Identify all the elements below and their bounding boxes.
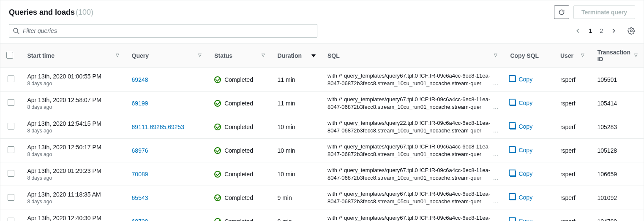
row-checkbox[interactable] — [8, 218, 14, 221]
start-time-relative: 8 days ago — [27, 104, 120, 110]
table-row: Apr 13th, 2020 12:58:07 PM 8 days ago 69… — [0, 92, 644, 115]
queries-panel: Queries and loads (100) Terminate query — [0, 0, 644, 221]
txn-id: 105501 — [597, 76, 617, 83]
copy-sql-button[interactable]: Copy — [510, 218, 532, 221]
row-checkbox[interactable] — [8, 123, 14, 129]
next-page-button[interactable] — [611, 28, 617, 34]
col-header-duration[interactable]: Duration — [272, 44, 322, 68]
select-all-checkbox[interactable] — [6, 52, 13, 59]
table-row: Apr 13th, 2020 12:50:17 PM 8 days ago 68… — [0, 139, 644, 162]
copy-sql-button[interactable]: Copy — [510, 123, 532, 130]
start-time-relative: 8 days ago — [27, 175, 120, 181]
filter-container — [9, 24, 317, 38]
check-circle-icon — [214, 194, 221, 201]
status-text: Completed — [224, 147, 253, 154]
sort-icon — [581, 54, 585, 58]
panel-sub-header: 1 2 — [0, 22, 644, 43]
status-badge: Completed — [214, 124, 253, 130]
page-2[interactable]: 2 — [600, 27, 603, 34]
start-time: Apr 13th, 2020 12:40:30 PM — [27, 215, 120, 221]
copy-icon — [510, 218, 516, 221]
copy-sql-button[interactable]: Copy — [510, 76, 532, 83]
copy-label: Copy — [518, 170, 532, 177]
panel-header: Queries and loads (100) Terminate query — [0, 0, 644, 22]
user-text: rsperf — [560, 100, 576, 107]
col-header-status-label: Status — [214, 52, 232, 59]
terminate-query-button[interactable]: Terminate query — [573, 5, 635, 19]
query-link[interactable]: 70089 — [132, 171, 148, 178]
col-header-txn[interactable]: Transaction ID — [591, 44, 644, 68]
duration-text: 10 min — [278, 147, 295, 154]
panel-title-row: Queries and loads (100) — [9, 8, 93, 17]
table-row: Apr 13th, 2020 01:29:23 PM 8 days ago 70… — [0, 162, 644, 186]
pagination: 1 2 — [575, 27, 635, 35]
header-actions: Terminate query — [554, 5, 635, 19]
duration-text: 11 min — [278, 100, 295, 107]
table-settings-button[interactable] — [628, 27, 635, 35]
chevron-left-icon — [575, 28, 581, 34]
row-checkbox[interactable] — [8, 75, 14, 82]
status-badge: Completed — [214, 171, 253, 178]
user-text: rsperf — [560, 76, 576, 83]
query-link[interactable]: 68729 — [132, 218, 148, 221]
sort-icon — [494, 54, 498, 58]
row-checkbox[interactable] — [8, 194, 14, 201]
duration-text: 9 min — [278, 218, 292, 221]
sql-snippet: with /* query_templates/query67.tpl.0 !C… — [327, 167, 499, 181]
col-header-copy-label: Copy SQL — [510, 52, 539, 59]
check-circle-icon — [214, 147, 221, 154]
txn-id: 101092 — [597, 194, 617, 201]
col-header-start-time[interactable]: Start time — [21, 44, 126, 68]
copy-icon — [510, 171, 516, 177]
row-checkbox[interactable] — [8, 99, 14, 106]
col-header-status[interactable]: Status — [208, 44, 271, 68]
row-checkbox[interactable] — [8, 170, 14, 177]
start-time-relative: 8 days ago — [27, 81, 120, 86]
col-header-select — [0, 44, 21, 68]
gear-icon — [628, 27, 635, 35]
copy-sql-button[interactable]: Copy — [510, 147, 532, 154]
txn-id: 104789 — [597, 218, 617, 221]
col-header-query[interactable]: Query — [126, 44, 209, 68]
copy-icon — [510, 76, 516, 82]
start-time: Apr 13th, 2020 11:18:35 AM — [27, 191, 120, 198]
copy-sql-button[interactable]: Copy — [510, 194, 532, 201]
query-link[interactable]: 65543 — [132, 194, 148, 201]
copy-sql-button[interactable]: Copy — [510, 170, 532, 177]
ellipsis-icon: … — [490, 80, 498, 87]
prev-page-button[interactable] — [575, 28, 581, 34]
sort-icon — [262, 54, 266, 58]
sort-desc-icon — [311, 54, 316, 57]
txn-id: 105414 — [597, 100, 617, 107]
query-link[interactable]: 68976 — [132, 147, 148, 154]
duration-text: 11 min — [278, 76, 295, 83]
query-link[interactable]: 69111,69265,69253 — [132, 124, 185, 130]
search-icon — [13, 27, 19, 34]
status-badge: Completed — [214, 100, 253, 107]
copy-sql-button[interactable]: Copy — [510, 100, 532, 106]
filter-input[interactable] — [9, 24, 317, 38]
start-time-relative: 8 days ago — [27, 151, 120, 157]
queries-table: Start time Query Status — [0, 43, 644, 221]
col-header-sql[interactable]: SQL — [322, 44, 505, 68]
status-text: Completed — [224, 76, 253, 83]
status-text: Completed — [224, 218, 253, 221]
refresh-icon — [558, 9, 565, 16]
page-1[interactable]: 1 — [589, 27, 592, 34]
check-circle-icon — [214, 100, 221, 107]
sql-snippet: with /* query_templates/query22.tpl.0 !C… — [327, 119, 499, 134]
query-link[interactable]: 69248 — [132, 76, 148, 83]
user-text: rsperf — [560, 147, 576, 154]
refresh-button[interactable] — [554, 5, 569, 19]
txn-id: 106659 — [597, 171, 617, 178]
row-checkbox[interactable] — [8, 146, 14, 153]
start-time: Apr 13th, 2020 01:29:23 PM — [27, 167, 120, 174]
svg-point-2 — [630, 30, 633, 32]
col-header-user[interactable]: User — [554, 44, 592, 68]
start-time: Apr 13th, 2020 12:50:17 PM — [27, 144, 120, 151]
start-time-relative: 8 days ago — [27, 128, 120, 134]
sql-snippet: with /* query_templates/query67.tpl.0 !C… — [327, 143, 499, 158]
user-text: rsperf — [560, 124, 576, 130]
ellipsis-icon: … — [490, 198, 498, 205]
query-link[interactable]: 69199 — [132, 100, 148, 107]
